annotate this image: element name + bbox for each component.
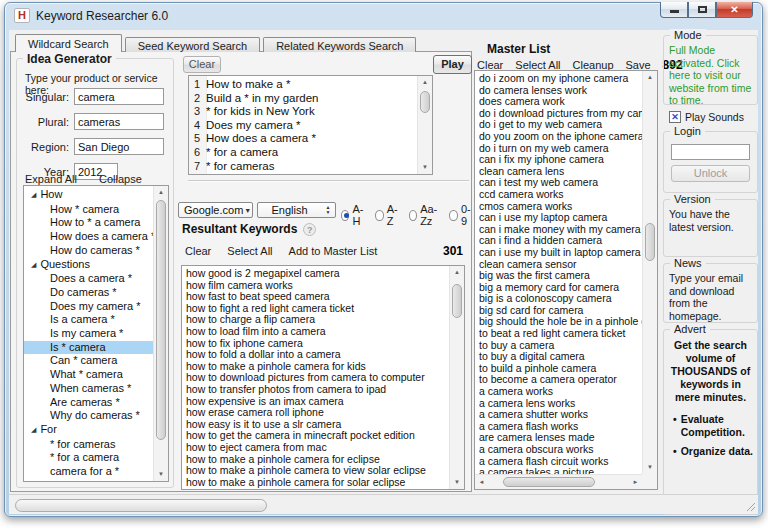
- keyword-item[interactable]: a camera flash circuit works: [475, 456, 642, 468]
- wildcard-line[interactable]: 7* for cameras: [189, 160, 417, 174]
- tab-wildcard-search[interactable]: Wildcard Search: [15, 34, 122, 52]
- scroll-thumb[interactable]: [156, 200, 166, 440]
- tab-seed-keyword-search[interactable]: Seed Keyword Search: [125, 37, 260, 52]
- mode-message[interactable]: Full Mode activated. Click here to visit…: [664, 36, 757, 107]
- tree-item[interactable]: Is my camera *: [24, 327, 153, 341]
- tree-item[interactable]: How to * a camera: [24, 216, 153, 230]
- keyword-item[interactable]: do camera lenses work: [475, 85, 642, 97]
- keyword-item[interactable]: can i make money with my camera: [475, 224, 642, 236]
- tree-item[interactable]: Why do cameras *: [24, 409, 153, 423]
- category-tree[interactable]: ◢HowHow * cameraHow to * a cameraHow doe…: [23, 185, 169, 482]
- region-input[interactable]: [74, 138, 164, 155]
- scroll-thumb[interactable]: [503, 477, 595, 487]
- scroll-down-icon[interactable]: ▼: [154, 468, 168, 481]
- keyword-item[interactable]: can i test my web camera: [475, 177, 642, 189]
- scroll-up-icon[interactable]: ▲: [643, 71, 657, 84]
- keyword-item[interactable]: how to fix iphone camera: [182, 338, 449, 350]
- keyword-item[interactable]: how to load film into a camera: [182, 326, 449, 338]
- expand-all-link[interactable]: Expand All: [25, 173, 77, 185]
- tree-item[interactable]: Can * camera: [24, 354, 153, 368]
- keyword-item[interactable]: big is a colonoscopy camera: [475, 293, 642, 305]
- action-clear[interactable]: Clear: [185, 245, 211, 257]
- keyword-item[interactable]: can i use my built in laptop camera: [475, 247, 642, 259]
- keyword-item[interactable]: how expensive is an imax camera: [182, 396, 449, 408]
- radio-aa-zz[interactable]: Aa-Zz: [409, 203, 440, 227]
- keyword-item[interactable]: how erase camera roll iphone: [182, 407, 449, 419]
- keyword-item[interactable]: how to get the camera in minecraft pocke…: [182, 430, 449, 442]
- minimize-button[interactable]: [660, 2, 688, 18]
- tree-group-for[interactable]: ◢For: [24, 423, 153, 438]
- wildcard-line[interactable]: 5How does a camera *: [189, 132, 417, 146]
- keyword-item[interactable]: do i download pictures from my came: [475, 108, 642, 120]
- keyword-item[interactable]: big should the hole be in a pinhole ca: [475, 316, 642, 328]
- keyword-item[interactable]: do you zoom on the iphone camera: [475, 131, 642, 143]
- master-hscrollbar[interactable]: ◄ ►: [475, 474, 642, 489]
- tree-item[interactable]: * for a camera: [24, 451, 153, 465]
- tree-item[interactable]: Are cameras *: [24, 396, 153, 410]
- wildcard-line[interactable]: 1How to make a *: [189, 78, 417, 92]
- scroll-down-icon[interactable]: ▼: [450, 476, 464, 489]
- radio-a-h[interactable]: A-H: [341, 203, 366, 227]
- master-list-box[interactable]: do i zoom on my iphone camerado camera l…: [474, 70, 658, 490]
- tree-item[interactable]: What * camera: [24, 368, 153, 382]
- tree-group-how[interactable]: ◢How: [24, 188, 153, 203]
- keyword-item[interactable]: to buy a camera: [475, 340, 642, 352]
- tree-item[interactable]: Is * camera: [24, 341, 153, 355]
- keyword-item[interactable]: do i turn on my web camera: [475, 143, 642, 155]
- play-sounds-checkbox[interactable]: ✕: [669, 111, 681, 123]
- plural-input[interactable]: [74, 113, 164, 130]
- keyword-item[interactable]: to buy a digital camera: [475, 351, 642, 363]
- keyword-item[interactable]: how easy is it to use a slr camera: [182, 419, 449, 431]
- help-icon[interactable]: ?: [303, 223, 316, 236]
- singular-input[interactable]: [74, 88, 164, 105]
- wildcard-line[interactable]: 4Does my camera *: [189, 119, 417, 133]
- tab-related-keywords-search[interactable]: Related Keywords Search: [263, 37, 416, 52]
- keyword-item[interactable]: big sd card for camera: [475, 305, 642, 317]
- tree-item[interactable]: Is a camera *: [24, 313, 153, 327]
- radio-a-z[interactable]: A-Z: [375, 203, 400, 227]
- close-button[interactable]: ✕: [716, 2, 753, 18]
- keyword-item[interactable]: a camera takes a picture: [475, 467, 642, 474]
- scroll-thumb[interactable]: [420, 91, 430, 113]
- keyword-item[interactable]: do i zoom on my iphone camera: [475, 73, 642, 85]
- wildcard-line[interactable]: 2Build a * in my garden: [189, 92, 417, 106]
- keyword-item[interactable]: can i fix my iphone camera: [475, 154, 642, 166]
- keyword-item[interactable]: big was the first camera: [475, 270, 642, 282]
- keyword-item[interactable]: ccd camera works: [475, 189, 642, 201]
- keyword-item[interactable]: do i get to my web camera: [475, 119, 642, 131]
- scroll-down-icon[interactable]: ▼: [418, 161, 432, 174]
- tree-item[interactable]: How do cameras *: [24, 244, 153, 258]
- action-select-all[interactable]: Select All: [227, 245, 272, 257]
- tree-item[interactable]: Does a camera *: [24, 272, 153, 286]
- keyword-item[interactable]: to beat a red light camera ticket: [475, 328, 642, 340]
- keyword-item[interactable]: how to download pictures from camera to …: [182, 372, 449, 384]
- keyword-item[interactable]: a camera flash works: [475, 421, 642, 433]
- keyword-item[interactable]: to become a camera operator: [475, 374, 642, 386]
- action-add-to-master-list[interactable]: Add to Master List: [289, 245, 378, 257]
- spinner-down-icon[interactable]: ▼: [326, 210, 331, 215]
- tree-item[interactable]: cameras for *: [24, 479, 153, 482]
- keyword-item[interactable]: how to make a pinhole camera for solar e…: [182, 477, 449, 489]
- wildcard-editor[interactable]: 1How to make a *2Build a * in my garden3…: [188, 75, 433, 175]
- master-vscrollbar[interactable]: ▲ ▼: [642, 71, 657, 474]
- keyword-item[interactable]: can i find a hidden camera: [475, 235, 642, 247]
- wildcard-line[interactable]: 6* for a camera: [189, 146, 417, 160]
- language-select[interactable]: English ▲▼: [257, 202, 336, 218]
- maximize-button[interactable]: [688, 2, 716, 18]
- keyword-item[interactable]: a camera works: [475, 386, 642, 398]
- tree-item[interactable]: Does my camera *: [24, 300, 153, 314]
- keyword-item[interactable]: cmos camera works: [475, 201, 642, 213]
- tree-item[interactable]: Do cameras *: [24, 286, 153, 300]
- scroll-up-icon[interactable]: ▲: [154, 186, 168, 199]
- spinner-icons[interactable]: ▲▼: [321, 205, 335, 215]
- scroll-thumb[interactable]: [452, 284, 462, 318]
- resultant-scrollbar[interactable]: ▲ ▼: [449, 266, 464, 489]
- keyword-item[interactable]: are camera lenses made: [475, 432, 642, 444]
- scroll-up-icon[interactable]: ▲: [450, 266, 464, 279]
- keyword-item[interactable]: can i use my laptop camera: [475, 212, 642, 224]
- scroll-down-icon[interactable]: ▼: [643, 461, 657, 474]
- tree-item[interactable]: How * camera: [24, 203, 153, 217]
- scroll-up-icon[interactable]: ▲: [418, 76, 432, 89]
- wildcard-line[interactable]: 3* for kids in New York: [189, 105, 417, 119]
- login-input[interactable]: [671, 144, 750, 160]
